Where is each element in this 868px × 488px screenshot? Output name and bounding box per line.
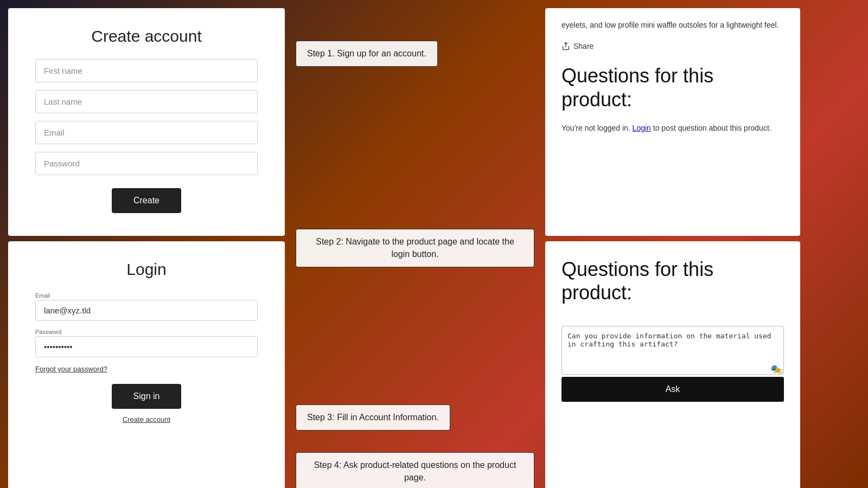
create-account-link[interactable]: Create account: [35, 415, 258, 423]
login-title: Login: [35, 260, 258, 279]
password-label: Password: [35, 329, 258, 335]
login-panel: Login Email Password Forgot your passwor…: [8, 241, 285, 488]
questions-title-bottom: Questions for this product:: [561, 258, 784, 304]
not-logged-message: You're not logged in. Login to post ques…: [561, 122, 784, 134]
password-input[interactable]: [35, 152, 258, 175]
product-description: eyelets, and low profile mini waffle out…: [561, 19, 784, 31]
question-textarea[interactable]: Can you provide information on the mater…: [561, 326, 784, 375]
sign-in-button[interactable]: Sign in: [112, 384, 182, 409]
question-textarea-wrapper: Can you provide information on the mater…: [561, 315, 784, 377]
login-email-wrapper: Email: [35, 292, 258, 321]
step4-bubble: Step 4: Ask product-related questions on…: [296, 452, 534, 488]
first-name-input[interactable]: [35, 59, 258, 82]
step3-bubble: Step 3: Fill in Account Information.: [296, 404, 450, 431]
share-button[interactable]: Share: [561, 42, 593, 50]
forgot-password-link[interactable]: Forgot your password?: [35, 365, 258, 373]
create-account-panel: Create account Create: [8, 8, 285, 236]
login-password-wrapper: Password: [35, 329, 258, 357]
email-label: Email: [35, 292, 258, 299]
create-button[interactable]: Create: [112, 188, 181, 213]
product-top-panel: eyelets, and low profile mini waffle out…: [545, 8, 800, 236]
share-label: Share: [573, 42, 593, 50]
login-email-input[interactable]: [35, 300, 258, 321]
login-link[interactable]: Login: [633, 124, 651, 132]
login-password-input[interactable]: [35, 336, 258, 357]
ask-button[interactable]: Ask: [561, 377, 784, 402]
create-account-title: Create account: [35, 27, 258, 46]
step2-bubble: Step 2: Navigate to the product page and…: [296, 229, 534, 267]
product-bottom-panel: Questions for this product: Can you prov…: [545, 241, 800, 488]
steps-column: Step 1. Sign up for an account. Step 2: …: [290, 8, 540, 488]
share-icon: [561, 42, 570, 50]
questions-title-top: Questions for this product:: [561, 64, 784, 111]
emoji-indicator: 🎭: [770, 364, 781, 374]
step1-bubble: Step 1. Sign up for an account.: [296, 41, 438, 67]
email-input[interactable]: [35, 121, 258, 144]
last-name-input[interactable]: [35, 90, 258, 113]
